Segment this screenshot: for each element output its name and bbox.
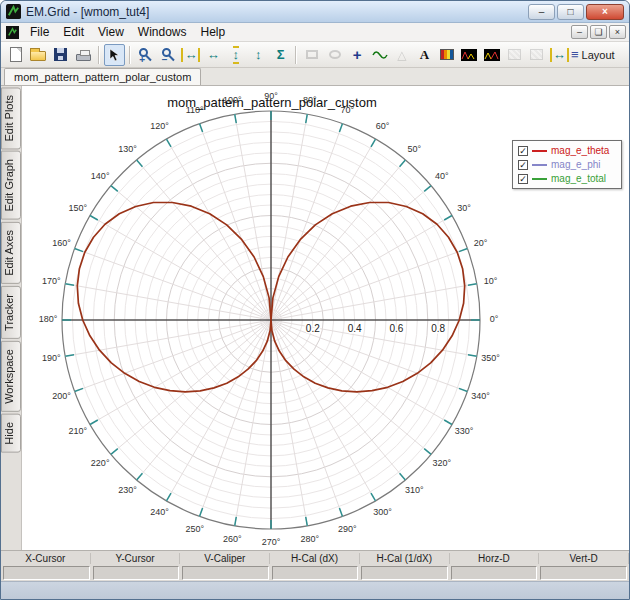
window-bottom-strip — [1, 581, 629, 599]
triangle-marker-button[interactable]: △ — [391, 44, 412, 66]
menu-view[interactable]: View — [91, 24, 131, 40]
text-annotation-button[interactable]: A — [414, 44, 435, 66]
zoom-out-button[interactable]: − — [158, 44, 179, 66]
autoscale-button[interactable]: Σ — [270, 44, 291, 66]
expand-width-icon: ↔ — [207, 48, 220, 62]
maximize-icon: □ — [567, 6, 573, 17]
span-horizontal-button[interactable]: ↔ — [548, 44, 569, 66]
status-value-y-cursor — [93, 566, 180, 580]
fit-width-button[interactable]: ↔ — [180, 44, 201, 66]
svg-text:170°: 170° — [42, 276, 61, 286]
menu-help[interactable]: Help — [194, 24, 233, 40]
zoom-in-button[interactable]: + — [135, 44, 156, 66]
tab-mom-pattern[interactable]: mom_pattern_pattern_polar_custom — [4, 68, 201, 85]
fit-width-icon: ↔ — [181, 48, 200, 62]
status-header-y-cursor: Y-Cursor — [91, 553, 181, 564]
title-bar[interactable]: EM.Grid - [wmom_tut4] – □ × — [1, 1, 629, 23]
legend-row-phi: ✓ mag_e_phi — [518, 159, 616, 170]
span-horizontal-icon: ↔ — [550, 48, 569, 62]
spectrum-yellow-button[interactable] — [481, 44, 502, 66]
document-tab-bar: mom_pattern_pattern_polar_custom — [1, 68, 629, 86]
main-area: Edit Plots Edit Graph Edit Axes Tracker … — [1, 86, 629, 550]
legend-checkbox-total[interactable]: ✓ — [518, 174, 528, 184]
spectrum-red-button[interactable] — [459, 44, 480, 66]
waveform-icon — [372, 49, 388, 61]
maximize-button[interactable]: □ — [557, 4, 584, 20]
toolbar-separator — [295, 46, 297, 64]
side-tab-hide[interactable]: Hide — [1, 414, 21, 453]
svg-text:0°: 0° — [490, 314, 499, 324]
minimize-icon: – — [539, 6, 545, 17]
status-value-h-cal-dx — [272, 566, 359, 580]
svg-text:190°: 190° — [42, 353, 61, 363]
legend-checkbox-phi[interactable]: ✓ — [518, 160, 528, 170]
print-button[interactable] — [72, 44, 93, 66]
svg-text:0.2: 0.2 — [306, 323, 320, 334]
status-header-x-cursor: X-Cursor — [1, 553, 91, 564]
toolbar: + − ↔ ↔ ↕ ↕ Σ + △ A ↔ — [1, 42, 629, 68]
new-document-button[interactable] — [5, 44, 26, 66]
fit-height-button[interactable]: ↕ — [225, 44, 246, 66]
grid-option-button-1[interactable] — [504, 44, 525, 66]
svg-text:270°: 270° — [262, 537, 281, 547]
ellipse-select-icon — [329, 50, 341, 59]
open-folder-icon — [30, 51, 46, 61]
new-document-icon — [10, 47, 22, 62]
menu-bar: File Edit View Windows Help – ❏ × — [1, 23, 629, 42]
child-close-icon: × — [615, 27, 620, 37]
status-header-row: X-Cursor Y-Cursor V-Caliper H-Cal (dX) H… — [1, 550, 629, 565]
svg-text:180°: 180° — [39, 314, 58, 324]
status-header-v-caliper: V-Caliper — [180, 553, 270, 564]
spectrum-red-icon — [461, 49, 477, 61]
rect-select-button[interactable] — [301, 44, 322, 66]
toolbar-separator — [129, 46, 131, 64]
add-marker-button[interactable]: + — [346, 44, 367, 66]
open-button[interactable] — [27, 44, 48, 66]
svg-text:130°: 130° — [118, 144, 137, 154]
toolbar-separator — [98, 46, 100, 64]
legend-checkbox-theta[interactable]: ✓ — [518, 146, 528, 156]
select-cursor-button[interactable] — [104, 44, 125, 66]
svg-text:60°: 60° — [376, 121, 390, 131]
minimize-button[interactable]: – — [528, 4, 555, 20]
legend-label-total: mag_e_total — [551, 173, 606, 184]
menu-windows[interactable]: Windows — [131, 24, 194, 40]
svg-text:10°: 10° — [484, 276, 498, 286]
expand-height-button[interactable]: ↕ — [248, 44, 269, 66]
menu-edit[interactable]: Edit — [56, 24, 91, 40]
child-minimize-button[interactable]: – — [571, 25, 588, 39]
save-button[interactable] — [50, 44, 71, 66]
ellipse-select-button[interactable] — [324, 44, 345, 66]
layout-control[interactable]: ≡ Layout — [571, 48, 625, 62]
legend-row-theta: ✓ mag_e_theta — [518, 145, 616, 156]
close-icon: × — [602, 6, 608, 17]
legend-label-theta: mag_e_theta — [551, 145, 609, 156]
waveform-button[interactable] — [369, 44, 390, 66]
side-tab-edit-plots[interactable]: Edit Plots — [1, 87, 21, 149]
select-cursor-icon — [109, 48, 121, 62]
side-tab-edit-axes[interactable]: Edit Axes — [1, 222, 21, 284]
colormap-button[interactable] — [436, 44, 457, 66]
text-annotation-icon: A — [420, 47, 429, 63]
svg-text:320°: 320° — [433, 458, 452, 468]
child-close-button[interactable]: × — [609, 25, 626, 39]
child-window-icon — [6, 26, 19, 39]
menu-file[interactable]: File — [23, 24, 56, 40]
close-button[interactable]: × — [586, 4, 624, 20]
child-restore-button[interactable]: ❏ — [590, 25, 607, 39]
expand-width-button[interactable]: ↔ — [203, 44, 224, 66]
save-icon — [54, 48, 67, 61]
side-tab-edit-graph[interactable]: Edit Graph — [1, 151, 21, 220]
grid-option-button-2[interactable] — [526, 44, 547, 66]
plus-glyph: + — [139, 55, 145, 64]
spectrum-yellow-icon — [484, 49, 500, 61]
plot-panel: mom_pattern_pattern_polar_custom 0°10°20… — [22, 86, 629, 550]
svg-text:250°: 250° — [185, 524, 204, 534]
svg-text:40°: 40° — [435, 171, 449, 181]
svg-text:280°: 280° — [300, 534, 319, 544]
side-tab-tracker[interactable]: Tracker — [1, 286, 21, 339]
app-window: EM.Grid - [wmom_tut4] – □ × File Edit Vi… — [0, 0, 630, 600]
svg-text:350°: 350° — [481, 353, 500, 363]
side-tab-workspace[interactable]: Workspace — [1, 341, 21, 412]
child-minimize-icon: – — [577, 27, 582, 37]
